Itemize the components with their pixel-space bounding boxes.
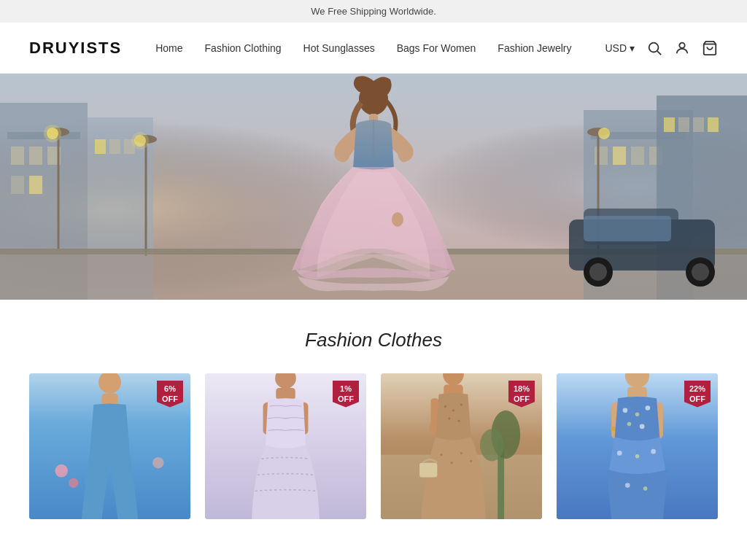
product-card-1[interactable]: 6%OFF bbox=[29, 373, 190, 519]
discount-badge-4: 22%OFF bbox=[684, 381, 711, 408]
nav-item-bags-for-women[interactable]: Bags For Women bbox=[397, 42, 476, 55]
svg-point-58 bbox=[152, 457, 163, 468]
svg-rect-16 bbox=[109, 139, 120, 154]
header-right: USD ▾ bbox=[605, 40, 718, 56]
svg-rect-12 bbox=[11, 176, 24, 194]
svg-point-92 bbox=[627, 422, 632, 427]
cart-icon[interactable] bbox=[702, 40, 718, 56]
svg-rect-25 bbox=[664, 117, 675, 132]
svg-rect-48 bbox=[584, 216, 671, 241]
svg-point-89 bbox=[623, 408, 628, 413]
svg-point-47 bbox=[692, 263, 709, 281]
fashion-clothes-section: Fashion Clothes bbox=[0, 300, 747, 534]
svg-rect-15 bbox=[95, 139, 106, 154]
svg-point-81 bbox=[470, 460, 472, 462]
main-nav: Home Fashion Clothing Hot Sunglasses Bag… bbox=[155, 42, 571, 55]
currency-selector[interactable]: USD ▾ bbox=[605, 42, 635, 54]
product-grid: 6%OFF bbox=[29, 373, 718, 519]
svg-point-45 bbox=[589, 263, 607, 281]
nav-item-fashion-clothing[interactable]: Fashion Clothing bbox=[205, 42, 282, 55]
discount-badge-2: 1%OFF bbox=[333, 381, 359, 408]
svg-point-2 bbox=[679, 42, 684, 47]
svg-point-77 bbox=[458, 420, 460, 422]
svg-point-36 bbox=[131, 132, 149, 149]
svg-rect-61 bbox=[276, 388, 295, 400]
svg-point-73 bbox=[444, 405, 446, 408]
nav-link-hot-sunglasses[interactable]: Hot Sunglasses bbox=[303, 42, 375, 54]
svg-point-98 bbox=[643, 486, 648, 491]
svg-rect-9 bbox=[11, 147, 24, 165]
svg-rect-22 bbox=[631, 147, 644, 165]
logo[interactable]: DRUYISTS bbox=[29, 39, 122, 58]
currency-arrow-icon: ▾ bbox=[630, 42, 635, 54]
svg-rect-10 bbox=[29, 147, 42, 165]
nav-item-fashion-jewelry[interactable]: Fashion Jewelry bbox=[498, 42, 571, 55]
product-card-3[interactable]: 18%OFF bbox=[381, 373, 542, 519]
svg-point-78 bbox=[440, 454, 442, 456]
top-banner: We Free Shipping Worldwide. bbox=[0, 0, 747, 23]
product-card-2[interactable]: 1%OFF bbox=[205, 373, 366, 519]
svg-rect-21 bbox=[613, 147, 626, 165]
svg-point-97 bbox=[625, 483, 630, 488]
svg-point-57 bbox=[69, 478, 78, 488]
svg-point-80 bbox=[460, 452, 462, 454]
svg-rect-27 bbox=[693, 117, 704, 132]
svg-point-90 bbox=[635, 413, 640, 417]
svg-line-1 bbox=[657, 51, 661, 55]
nav-list: Home Fashion Clothing Hot Sunglasses Bag… bbox=[155, 42, 571, 55]
svg-rect-26 bbox=[678, 117, 689, 132]
svg-rect-8 bbox=[7, 132, 80, 139]
svg-rect-20 bbox=[595, 147, 608, 165]
svg-point-56 bbox=[55, 464, 68, 478]
header: DRUYISTS Home Fashion Clothing Hot Sungl… bbox=[0, 23, 747, 74]
account-icon[interactable] bbox=[674, 40, 690, 56]
svg-point-32 bbox=[44, 125, 61, 142]
svg-point-74 bbox=[452, 409, 454, 411]
hero-banner bbox=[0, 74, 747, 300]
product-card-4[interactable]: 22%OFF bbox=[557, 373, 718, 519]
svg-rect-82 bbox=[419, 463, 437, 478]
svg-point-93 bbox=[640, 424, 645, 429]
svg-point-52 bbox=[392, 212, 403, 227]
svg-point-95 bbox=[635, 454, 640, 459]
svg-point-68 bbox=[480, 429, 504, 461]
svg-point-94 bbox=[617, 451, 622, 456]
nav-link-fashion-jewelry[interactable]: Fashion Jewelry bbox=[498, 42, 571, 54]
svg-rect-13 bbox=[29, 176, 42, 194]
currency-label: USD bbox=[605, 42, 627, 54]
nav-link-bags-for-women[interactable]: Bags For Women bbox=[397, 42, 476, 54]
discount-badge-3: 18%OFF bbox=[508, 381, 535, 408]
search-icon[interactable] bbox=[646, 40, 662, 56]
nav-link-fashion-clothing[interactable]: Fashion Clothing bbox=[205, 42, 282, 54]
svg-point-96 bbox=[651, 449, 656, 454]
svg-rect-28 bbox=[708, 117, 719, 132]
svg-point-79 bbox=[451, 462, 453, 464]
nav-link-home[interactable]: Home bbox=[155, 42, 182, 54]
svg-point-0 bbox=[649, 42, 659, 52]
banner-text: We Free Shipping Worldwide. bbox=[311, 6, 436, 17]
nav-item-hot-sunglasses[interactable]: Hot Sunglasses bbox=[303, 42, 375, 55]
discount-badge-1: 6%OFF bbox=[157, 381, 183, 408]
svg-point-75 bbox=[460, 403, 462, 405]
hero-illustration bbox=[0, 74, 747, 300]
svg-point-91 bbox=[646, 405, 651, 411]
nav-item-home[interactable]: Home bbox=[155, 42, 182, 55]
section-title: Fashion Clothes bbox=[29, 329, 718, 351]
svg-point-39 bbox=[598, 128, 610, 139]
svg-point-76 bbox=[448, 417, 450, 419]
